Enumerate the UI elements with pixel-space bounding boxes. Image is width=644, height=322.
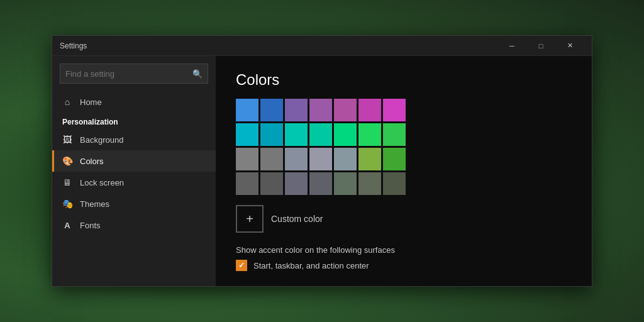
custom-color-button[interactable]: + Custom color: [236, 205, 572, 233]
color-swatch[interactable]: [334, 148, 357, 170]
color-swatch[interactable]: [309, 172, 332, 195]
lock-screen-label: Lock screen: [80, 178, 124, 187]
minimize-button[interactable]: ─: [497, 36, 526, 56]
color-swatch[interactable]: [383, 148, 406, 170]
color-swatch[interactable]: [260, 172, 283, 195]
color-swatch[interactable]: [334, 172, 357, 195]
search-input[interactable]: [65, 69, 192, 79]
window-title: Settings: [60, 42, 497, 50]
close-button[interactable]: ✕: [555, 36, 584, 56]
color-row-4: [236, 172, 572, 195]
color-row-2: [236, 123, 572, 146]
home-icon: ⌂: [62, 97, 72, 107]
color-swatch[interactable]: [236, 148, 258, 170]
search-box[interactable]: 🔍: [60, 64, 208, 84]
color-swatch[interactable]: [260, 99, 283, 121]
maximize-button[interactable]: □: [526, 36, 555, 56]
accent-section-heading: Show accent color on the following surfa…: [236, 245, 572, 255]
color-swatch[interactable]: [236, 123, 258, 146]
color-swatch[interactable]: [383, 172, 406, 195]
sidebar-item-home[interactable]: ⌂ Home: [52, 91, 216, 113]
color-swatch[interactable]: [358, 172, 381, 195]
color-swatch[interactable]: [383, 99, 406, 121]
color-grid: [236, 99, 572, 195]
color-swatch[interactable]: [334, 99, 357, 121]
color-swatch[interactable]: [309, 123, 332, 146]
color-swatch[interactable]: [285, 148, 308, 170]
color-swatch[interactable]: [260, 148, 283, 170]
color-swatch[interactable]: [358, 123, 381, 146]
colors-label: Colors: [80, 157, 104, 166]
color-swatch[interactable]: [285, 99, 308, 121]
checkbox-label: Start, taskbar, and action center: [253, 261, 369, 270]
settings-window: Settings ─ □ ✕ 🔍 ⌂ Home Personalization: [52, 35, 592, 287]
home-label: Home: [80, 97, 102, 107]
sidebar-section-label: Personalization: [52, 113, 216, 129]
color-swatch[interactable]: [236, 99, 258, 121]
color-row-1: [236, 99, 572, 121]
background-icon: 🖼: [62, 135, 72, 145]
sidebar-item-lock-screen[interactable]: 🖥 Lock screen: [52, 172, 216, 193]
sidebar-item-fonts[interactable]: A Fonts: [52, 214, 216, 236]
colors-icon: 🎨: [62, 156, 72, 166]
custom-color-label: Custom color: [271, 214, 323, 224]
page-title: Colors: [236, 71, 572, 89]
window-body: 🔍 ⌂ Home Personalization 🖼 Background 🎨 …: [52, 56, 592, 286]
color-swatch[interactable]: [358, 148, 381, 170]
title-bar: Settings ─ □ ✕: [52, 36, 592, 56]
color-swatch[interactable]: [309, 99, 332, 121]
sidebar-item-themes[interactable]: 🎭 Themes: [52, 193, 216, 214]
plus-icon[interactable]: +: [236, 205, 264, 233]
color-swatch[interactable]: [358, 99, 381, 121]
color-swatch[interactable]: [309, 148, 332, 170]
background-label: Background: [80, 135, 123, 145]
color-swatch[interactable]: [260, 123, 283, 146]
sidebar-item-background[interactable]: 🖼 Background: [52, 129, 216, 150]
themes-label: Themes: [80, 199, 109, 209]
fonts-label: Fonts: [80, 221, 101, 230]
color-swatch[interactable]: [334, 123, 357, 146]
fonts-icon: A: [62, 220, 72, 230]
color-swatch[interactable]: [285, 123, 308, 146]
color-swatch[interactable]: [383, 123, 406, 146]
main-content: Colors: [216, 56, 592, 286]
search-icon: 🔍: [192, 69, 203, 79]
start-taskbar-checkbox[interactable]: [236, 260, 247, 271]
checkbox-row: Start, taskbar, and action center: [236, 260, 572, 271]
color-swatch[interactable]: [285, 172, 308, 195]
sidebar: 🔍 ⌂ Home Personalization 🖼 Background 🎨 …: [52, 56, 216, 286]
color-row-3: [236, 148, 572, 170]
sidebar-item-colors[interactable]: 🎨 Colors: [52, 150, 216, 172]
themes-icon: 🎭: [62, 199, 72, 209]
lock-screen-icon: 🖥: [62, 177, 72, 187]
window-controls: ─ □ ✕: [497, 36, 584, 56]
color-swatch[interactable]: [236, 172, 258, 195]
